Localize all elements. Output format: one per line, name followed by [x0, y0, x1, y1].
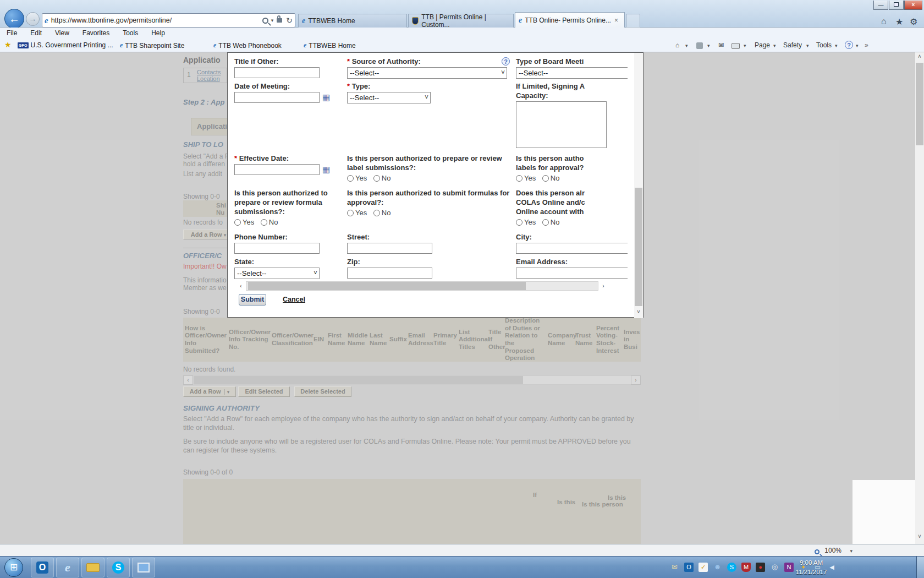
- scroll-up-icon[interactable]: ˄: [915, 52, 924, 62]
- taskbar-skype[interactable]: S: [107, 558, 130, 577]
- new-tab-stub[interactable]: [626, 14, 640, 28]
- home-icon[interactable]: ⌂: [881, 17, 887, 26]
- tray-security-icon[interactable]: ●: [756, 563, 765, 572]
- yes-radio[interactable]: [347, 175, 354, 182]
- back-button[interactable]: ←: [4, 9, 24, 29]
- refresh-icon[interactable]: ↻: [286, 16, 293, 25]
- help-icon[interactable]: ?: [845, 41, 853, 49]
- taskbar-ie[interactable]: e: [56, 558, 79, 577]
- safety-caret-icon[interactable]: ▾: [806, 43, 809, 48]
- zoom-caret-icon[interactable]: ▾: [850, 548, 853, 554]
- favorite-sharepoint[interactable]: e TTB Sharepoint Site: [120, 41, 184, 50]
- ie-icon: e: [65, 560, 70, 575]
- phone-number-input[interactable]: [234, 243, 320, 254]
- print-icon[interactable]: [732, 43, 740, 51]
- title-if-other-input[interactable]: [234, 67, 320, 78]
- page-caret-icon[interactable]: ▾: [773, 43, 776, 48]
- favorite-ttbweb[interactable]: e TTBWEB Home: [304, 41, 356, 50]
- calendar-icon[interactable]: ▦: [322, 165, 332, 174]
- tray-check-icon[interactable]: ✓: [698, 563, 708, 572]
- zip-input[interactable]: [347, 268, 432, 279]
- no-radio[interactable]: [542, 219, 549, 226]
- zoom-level[interactable]: 100%: [824, 547, 842, 554]
- calendar-icon[interactable]: ▦: [322, 93, 332, 102]
- type-select[interactable]: --Select--˅: [347, 92, 431, 103]
- help-caret-icon[interactable]: ▾: [856, 43, 859, 48]
- show-desktop-button[interactable]: [916, 557, 924, 578]
- no-radio[interactable]: [373, 175, 380, 182]
- safety-menu[interactable]: Safety: [783, 41, 802, 49]
- state-select[interactable]: --Select--˅: [234, 268, 320, 279]
- menu-edit[interactable]: Edit: [24, 28, 48, 37]
- no-radio[interactable]: [373, 210, 380, 216]
- tray-mail-icon[interactable]: ✉: [670, 563, 679, 572]
- tools-menu[interactable]: Tools: [816, 41, 832, 49]
- dialog-hscroll-thumb[interactable]: [248, 282, 526, 290]
- menu-tools[interactable]: Tools: [116, 28, 145, 37]
- tray-mcafee-icon[interactable]: M: [741, 563, 751, 572]
- tray-outlook-icon[interactable]: O: [684, 563, 694, 572]
- source-of-authority-select[interactable]: --Select--˅: [347, 67, 507, 79]
- favorites-star-icon[interactable]: ★: [895, 17, 903, 27]
- rss-caret-icon[interactable]: ▾: [707, 43, 710, 48]
- gear-icon[interactable]: ⚙: [910, 17, 917, 27]
- taskbar-clock[interactable]: 9:00 AM 11/21/2017: [778, 558, 844, 577]
- city-input[interactable]: [516, 243, 628, 254]
- search-caret-icon[interactable]: ▾: [271, 18, 274, 23]
- taskbar-explorer[interactable]: [81, 558, 105, 577]
- favorites-bar-star-icon[interactable]: ★: [4, 40, 12, 49]
- submit-button[interactable]: Submit: [239, 294, 266, 306]
- rss-icon[interactable]: [696, 42, 703, 51]
- no-radio[interactable]: [542, 175, 549, 182]
- taskbar-photo-viewer[interactable]: [132, 558, 155, 577]
- forward-button[interactable]: →: [26, 12, 40, 26]
- more-commands-icon[interactable]: »: [865, 41, 868, 49]
- cancel-link[interactable]: Cancel: [283, 296, 305, 303]
- scroll-right-icon[interactable]: ›: [598, 281, 608, 291]
- taskbar-outlook[interactable]: O: [31, 558, 54, 577]
- tools-caret-icon[interactable]: ▾: [835, 43, 838, 48]
- effective-date-input[interactable]: [234, 164, 320, 175]
- type-of-board-select[interactable]: --Select--: [516, 67, 628, 79]
- url-text[interactable]: https://www.ttbonline.gov/permitsonline/: [51, 17, 262, 24]
- home-page-icon[interactable]: ⌂: [675, 41, 679, 49]
- no-radio[interactable]: [261, 219, 267, 226]
- menu-view[interactable]: View: [48, 28, 76, 37]
- dialog-vscroll-thumb[interactable]: [635, 188, 642, 306]
- favorite-gpo[interactable]: GPO U.S. Government Printing ...: [18, 41, 113, 49]
- home-caret-icon[interactable]: ▾: [685, 43, 688, 48]
- search-icon[interactable]: [262, 18, 268, 24]
- favorite-phonebook[interactable]: e TTB Web Phonebook: [213, 41, 282, 50]
- zoom-icon[interactable]: [815, 547, 820, 557]
- start-button[interactable]: ⊞: [4, 558, 23, 577]
- street-input[interactable]: [347, 243, 432, 254]
- help-icon[interactable]: ?: [502, 57, 510, 66]
- menu-favorites[interactable]: Favorites: [76, 28, 116, 37]
- tab-ttb-online-active[interactable]: e TTB Online- Permits Online... ×: [515, 12, 625, 28]
- date-of-meeting-input[interactable]: [234, 92, 320, 103]
- close-tab-icon[interactable]: ×: [614, 17, 618, 24]
- print-caret-icon[interactable]: ▾: [744, 43, 746, 48]
- yes-radio[interactable]: [347, 210, 354, 216]
- email-input[interactable]: [516, 268, 628, 279]
- tray-skype-icon[interactable]: S: [727, 563, 736, 572]
- scroll-left-icon[interactable]: ‹: [236, 281, 246, 291]
- tray-user-icon[interactable]: ☻: [713, 563, 722, 572]
- yes-radio[interactable]: [516, 219, 522, 226]
- tab-ttbweb-home[interactable]: e TTBWEB Home: [298, 14, 407, 28]
- page-menu[interactable]: Page: [755, 41, 770, 49]
- scroll-down-icon[interactable]: ˅: [634, 307, 643, 318]
- restore-button[interactable]: [889, 1, 904, 10]
- scroll-down-icon[interactable]: ˅: [915, 532, 924, 542]
- close-button[interactable]: ×: [904, 1, 922, 10]
- address-bar[interactable]: e https://www.ttbonline.gov/permitsonlin…: [42, 13, 295, 28]
- menu-file[interactable]: File: [0, 28, 24, 37]
- tab-ttb-permits[interactable]: TTB | Permits Online | Custom...: [408, 14, 514, 28]
- yes-radio[interactable]: [234, 219, 241, 226]
- yes-radio[interactable]: [516, 175, 522, 182]
- minimize-button[interactable]: —: [873, 1, 888, 10]
- browser-vscroll-thumb[interactable]: [916, 63, 923, 145]
- mail-icon[interactable]: ✉: [718, 41, 724, 49]
- menu-help[interactable]: Help: [145, 28, 172, 37]
- signing-capacity-textarea[interactable]: [516, 101, 607, 148]
